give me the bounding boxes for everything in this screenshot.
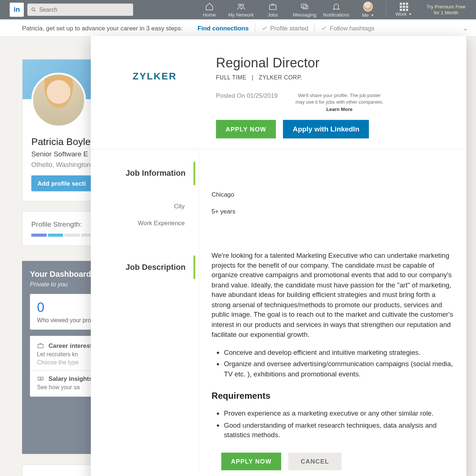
posted-on: Posted On 01/25/2019 xyxy=(216,92,278,99)
requirements-heading: Requirements xyxy=(212,390,455,402)
apply-linkedin-button[interactable]: Apply with LinkedIn xyxy=(283,120,369,138)
company-logo: ZYLKER xyxy=(108,56,201,138)
share-note: We'll share your profile. The job poster… xyxy=(295,92,384,113)
section-job-info: Job Information xyxy=(91,161,195,185)
list-item: Good understanding of market research te… xyxy=(224,420,455,440)
value-city: Chicago xyxy=(212,186,455,203)
label-city: City xyxy=(91,198,194,215)
job-modal: ZYLKER Regional Director FULL TIME | ZYL… xyxy=(91,36,466,476)
list-item: Proven experience as a marketing executi… xyxy=(224,409,455,419)
list-item: Conceive and develop efficient and intui… xyxy=(224,347,455,357)
job-title: Regional Director xyxy=(216,56,452,71)
section-job-desc: Job Description xyxy=(91,256,195,279)
learn-more-link[interactable]: Learn More xyxy=(295,106,384,113)
job-meta: FULL TIME | ZYLKER CORP. xyxy=(216,74,452,81)
value-experience: 5+ years xyxy=(212,203,455,220)
cancel-button[interactable]: CANCEL xyxy=(289,453,342,470)
list-item: Organize and oversee advertising/communi… xyxy=(224,359,455,379)
apply-now-button-footer[interactable]: APPLY NOW xyxy=(221,453,281,470)
modal-backdrop: ZYLKER Regional Director FULL TIME | ZYL… xyxy=(0,0,476,476)
apply-now-button[interactable]: APPLY NOW xyxy=(216,120,276,138)
label-experience: Work Experience xyxy=(91,215,194,232)
job-description: We're looking for a talented Marketing E… xyxy=(212,250,455,440)
